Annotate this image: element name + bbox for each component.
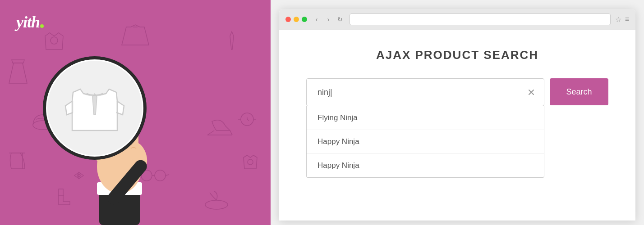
- search-dropdown: Flying Ninja Happy Ninja Happy Ninja: [306, 106, 544, 178]
- search-input-wrapper: [306, 78, 544, 106]
- refresh-button[interactable]: ↻: [335, 14, 345, 24]
- right-panel: ‹ › ↻ ☆ ≡ AJAX PRODUCT SEARCH: [271, 0, 644, 225]
- page-title: AJAX PRODUCT SEARCH: [306, 48, 608, 62]
- browser-actions: ☆ ≡: [615, 15, 629, 24]
- traffic-light-green[interactable]: [302, 17, 307, 22]
- back-button[interactable]: ‹: [312, 14, 322, 24]
- browser-nav: ‹ › ↻: [312, 14, 345, 24]
- traffic-light-red[interactable]: [285, 17, 291, 22]
- forward-button[interactable]: ›: [323, 14, 333, 24]
- main-illustration: [0, 18, 271, 225]
- dropdown-item[interactable]: Flying Ninja: [307, 106, 544, 130]
- address-bar[interactable]: [350, 14, 611, 25]
- traffic-lights: [285, 17, 307, 22]
- left-panel: yith: [0, 0, 271, 225]
- clear-button[interactable]: [526, 87, 537, 98]
- browser-content: AJAX PRODUCT SEARCH Search Flying Ninja …: [279, 30, 635, 220]
- dropdown-item[interactable]: Happy Ninja: [307, 130, 544, 154]
- traffic-light-yellow[interactable]: [294, 17, 299, 22]
- search-button[interactable]: Search: [550, 78, 608, 105]
- dropdown-item[interactable]: Happy Ninja: [307, 154, 544, 177]
- close-icon: [527, 88, 536, 97]
- browser-chrome: ‹ › ↻ ☆ ≡: [279, 9, 635, 30]
- search-row: Search: [306, 78, 608, 106]
- bookmark-icon[interactable]: ☆: [615, 15, 621, 24]
- browser-window: ‹ › ↻ ☆ ≡ AJAX PRODUCT SEARCH: [279, 9, 635, 220]
- search-input[interactable]: [307, 79, 544, 106]
- menu-icon[interactable]: ≡: [625, 15, 629, 24]
